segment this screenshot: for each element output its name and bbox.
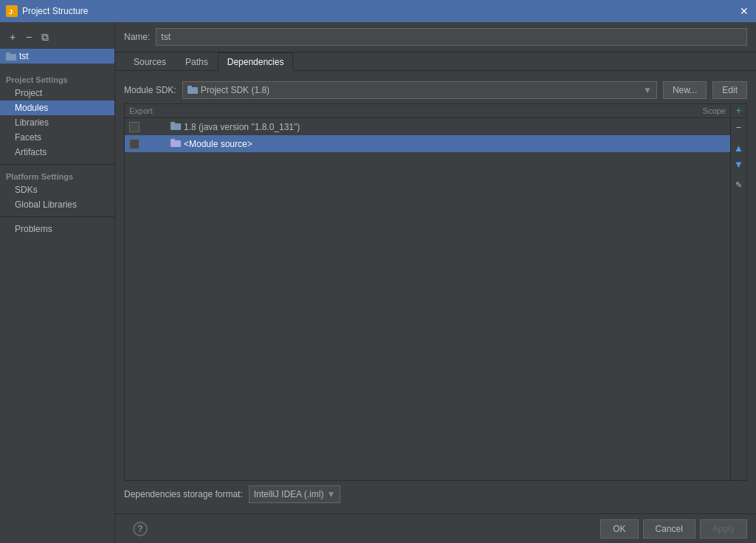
sidebar-item-libraries[interactable]: Libraries (0, 115, 114, 130)
sidebar-item-label: Project (15, 88, 42, 98)
sdk-row: Module SDK: Project SDK (1.8) ▼ (115, 77, 756, 103)
dep-row-module-source[interactable]: <Module source> (125, 135, 730, 152)
sidebar-item-global-libraries[interactable]: Global Libraries (0, 197, 114, 212)
sdk-dropdown[interactable]: Project SDK (1.8) ▼ (182, 81, 657, 99)
add-dep-button[interactable]: + (730, 106, 746, 116)
app-icon: J (6, 5, 18, 17)
sidebar-toolbar: + − ⧉ (0, 25, 114, 49)
sidebar-item-project[interactable]: Project (0, 86, 114, 100)
module-tree: tst (0, 49, 114, 64)
export-checkbox-jdk[interactable] (129, 122, 166, 132)
ok-button[interactable]: OK (600, 519, 638, 539)
sidebar-item-label: Modules (15, 103, 48, 113)
project-settings-section: Project Settings (0, 72, 114, 86)
sidebar-item-label: Facets (15, 132, 41, 143)
add-module-button[interactable]: + (6, 30, 19, 44)
sidebar: + − ⧉ tst Project Settings Project M (0, 22, 115, 543)
module-tree-item-tst[interactable]: tst (0, 49, 114, 64)
dropdown-arrow-icon: ▼ (643, 85, 652, 95)
dep-table: 1.8 (java version "1.8.0_131") (124, 117, 747, 481)
svg-rect-9 (171, 139, 175, 142)
module-source-folder-icon (171, 138, 181, 149)
copy-module-button[interactable]: ⧉ (38, 30, 52, 44)
sidebar-item-label: Libraries (15, 117, 49, 128)
sidebar-item-label: Artifacts (15, 147, 47, 157)
sidebar-item-problems[interactable]: Problems (0, 222, 114, 236)
svg-text:J: J (9, 8, 13, 16)
help-area: ? (124, 522, 596, 536)
move-dep-down-button[interactable]: ▼ (732, 157, 746, 171)
edit-dep-button[interactable]: ✎ (732, 177, 746, 192)
help-button[interactable]: ? (133, 522, 148, 536)
sidebar-item-sdks[interactable]: SDKs (0, 182, 114, 197)
title-bar: J Project Structure ✕ (0, 0, 756, 22)
dep-name-module-source: <Module source> (171, 138, 662, 149)
name-row: Name: (115, 22, 756, 52)
tab-paths[interactable]: Paths (176, 52, 218, 71)
sdk-new-button[interactable]: New... (663, 81, 707, 99)
content-area: Name: Sources Paths Dependencies Module … (115, 22, 756, 543)
export-checkbox-module-source[interactable] (129, 139, 166, 149)
folder-icon (6, 52, 16, 61)
dependencies-area: Module SDK: Project SDK (1.8) ▼ (115, 71, 756, 513)
header-scope: Scope (671, 106, 730, 115)
storage-value: IntelliJ IDEA (.iml) (254, 489, 324, 499)
remove-module-button[interactable]: − (22, 30, 35, 44)
close-button[interactable]: ✕ (738, 5, 750, 17)
cancel-button[interactable]: Cancel (643, 519, 695, 539)
dep-table-header: Export Scope + (124, 103, 747, 117)
tab-sources[interactable]: Sources (124, 52, 176, 71)
sidebar-item-label: SDKs (15, 185, 38, 195)
storage-row: Dependencies storage format: IntelliJ ID… (115, 481, 756, 508)
sidebar-item-facets[interactable]: Facets (0, 130, 114, 145)
dep-row-jdk[interactable]: 1.8 (java version "1.8.0_131") (125, 118, 730, 135)
sidebar-item-artifacts[interactable]: Artifacts (0, 145, 114, 160)
dep-side-buttons: − ▲ ▼ ✎ (730, 118, 746, 480)
sdk-edit-button[interactable]: Edit (712, 81, 747, 99)
svg-rect-3 (6, 52, 10, 55)
storage-label: Dependencies storage format: (124, 489, 243, 499)
bottom-bar: ? OK Cancel Apply (115, 513, 756, 543)
dep-list: 1.8 (java version "1.8.0_131") (125, 118, 730, 480)
name-label: Name: (124, 32, 150, 42)
svg-rect-7 (171, 122, 175, 125)
storage-dropdown[interactable]: IntelliJ IDEA (.iml) ▼ (249, 485, 341, 503)
sidebar-item-label: Global Libraries (15, 199, 77, 210)
apply-button[interactable]: Apply (700, 519, 747, 539)
module-name: tst (19, 51, 29, 61)
move-dep-up-button[interactable]: ▲ (732, 140, 746, 155)
sdk-label: Module SDK: (124, 85, 176, 95)
jdk-folder-icon (171, 121, 181, 132)
svg-rect-5 (188, 86, 192, 89)
header-export: Export (125, 106, 169, 115)
name-input[interactable] (156, 28, 747, 46)
sdk-value: Project SDK (1.8) (201, 85, 269, 95)
storage-dropdown-arrow: ▼ (326, 489, 335, 499)
sidebar-item-label: Problems (15, 224, 52, 234)
window-title: Project Structure (22, 6, 738, 16)
sidebar-item-modules[interactable]: Modules (0, 100, 114, 115)
folder-icon (188, 85, 198, 96)
platform-settings-section: Platform Settings (0, 169, 114, 182)
tabs-bar: Sources Paths Dependencies (115, 52, 756, 71)
remove-dep-button[interactable]: − (732, 120, 746, 134)
dep-name-jdk: 1.8 (java version "1.8.0_131") (171, 121, 662, 132)
tab-dependencies[interactable]: Dependencies (218, 52, 294, 71)
